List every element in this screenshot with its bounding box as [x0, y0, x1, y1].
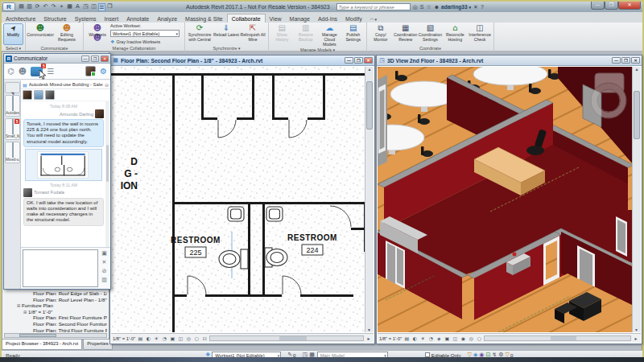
synchronize-with-central-button[interactable]: ⟳ Synchronize with Central — [187, 23, 213, 43]
tab-structure[interactable]: Structure — [39, 14, 70, 23]
manage-cloud-models-button[interactable]: ☁ Manage Cloud Models — [318, 23, 341, 47]
sun-path-icon[interactable]: ☀ — [153, 335, 159, 341]
floorplan-drawing[interactable]: RESTROOM 225 RESTROOM 224 D G - ION — [111, 67, 365, 332]
clear-icon[interactable]: ✕ — [102, 259, 107, 265]
tab-massing-site[interactable]: Massing & Site — [181, 14, 227, 23]
minimize-button[interactable]: — — [591, 2, 605, 10]
tab-architecture[interactable]: Architecture — [2, 14, 39, 23]
tag-icon[interactable]: ▦ — [66, 3, 73, 11]
reveal-hidden-icon[interactable]: ○ — [193, 335, 200, 341]
view3d-canvas-area[interactable] — [378, 67, 632, 332]
detail-level-icon[interactable]: ▤ — [137, 335, 143, 341]
view3d-minimize-button[interactable]: — — [612, 57, 621, 64]
maximize-button[interactable]: ❐ — [605, 2, 618, 10]
my-avatar[interactable] — [85, 66, 96, 76]
crop-view-icon[interactable]: ▣ — [169, 335, 175, 341]
browser-item[interactable]: Floor Plan: First Floor Furniture Plan -… — [4, 315, 107, 321]
floorplan-scale[interactable]: 1/8" = 1'-0" — [113, 336, 135, 341]
copy-monitor-button[interactable]: ⧉ Copy/ Monitor — [369, 23, 393, 43]
floorplan-minimize-button[interactable]: — — [345, 57, 353, 64]
tab-collaborate[interactable]: Collaborate — [227, 14, 266, 23]
view3d-scale[interactable]: 1/8" = 1'-0" — [379, 336, 402, 341]
chat-close-icon[interactable]: ⊖ — [105, 82, 109, 88]
floorplan-canvas-area[interactable]: RESTROOM 225 RESTROOM 224 D G - ION — [111, 67, 365, 332]
tab-modify[interactable]: Modify — [341, 14, 366, 23]
view3d-window-titlebar[interactable]: ◳ 3D View 2nd Floor - 384923 - Arch.rvt … — [377, 56, 642, 66]
room-label-225[interactable]: RESTROOM — [171, 236, 221, 245]
save-icon[interactable]: ▥ — [26, 3, 33, 11]
sun-path-icon[interactable]: ☀ — [419, 335, 426, 341]
floorplan-hscrollbar[interactable] — [209, 335, 364, 341]
view3d-restore-button[interactable]: ❐ — [621, 57, 630, 64]
collapse-strip-button[interactable]: ◥ — [5, 82, 20, 93]
browser-item[interactable]: ⊞Furniture Plan — [4, 302, 107, 309]
chat-session-header[interactable]: ▤ Autodesk Mixed-use Building - Sales & … — [21, 80, 110, 89]
task-list-icon[interactable]: ☰ — [47, 67, 54, 76]
panel-label-synchronize[interactable]: Synchronize — [187, 45, 266, 51]
floorplan-restore-button[interactable]: ❐ — [354, 57, 363, 64]
temporary-hide-icon[interactable]: ◎ — [468, 335, 474, 341]
shadows-icon[interactable]: ◔ — [161, 335, 167, 341]
sync-icon[interactable]: ⟳ — [34, 3, 41, 11]
browser-item[interactable]: Floor Plan: Second Floor Furniture Plan — [4, 321, 107, 327]
view3d-scene[interactable] — [378, 67, 632, 332]
detail-level-icon[interactable]: ▤ — [403, 335, 410, 341]
modify-button[interactable]: ➤ Modify — [3, 23, 23, 45]
show-crop-icon[interactable]: ◫ — [177, 335, 184, 341]
visual-style-icon[interactable]: ◐ — [145, 335, 151, 341]
tab-insert[interactable]: Insert — [101, 14, 123, 23]
view3d-vscrollbar[interactable]: ▲▼ — [632, 67, 641, 332]
worksets-button[interactable]: ☻☻ Worksets — [85, 23, 109, 38]
reload-latest-button[interactable]: ⇓ Reload Latest — [213, 23, 239, 38]
save-chat-icon[interactable]: ▥ — [101, 277, 107, 283]
browser-hscrollbar[interactable] — [4, 333, 107, 338]
exchange-apps-icon[interactable]: ✕ — [473, 4, 478, 10]
browser-item[interactable]: Floor Plan: Roof Edge of Slab - 1/8" — [4, 290, 107, 297]
settings-gear-icon[interactable]: ⚙ — [100, 67, 107, 76]
shadows-icon[interactable]: ◔ — [427, 335, 434, 341]
redo-icon[interactable]: ↷ — [50, 3, 57, 11]
text-icon[interactable]: A — [74, 3, 81, 11]
communicator-close-button[interactable]: ✕ — [101, 56, 109, 62]
communicator-titlebar[interactable]: R Communicator — ❐ ✕ — [4, 54, 110, 64]
participant-avatar[interactable] — [34, 90, 43, 100]
project-tab-small-m[interactable]: 5 Small_M. — [5, 118, 20, 140]
favorites-star-icon[interactable]: ☆ — [426, 4, 431, 10]
contacts-icon[interactable]: ☻ — [19, 67, 27, 76]
user-menu-caret-icon[interactable]: ▾ — [469, 5, 472, 10]
floorplan-vscrollbar[interactable]: ▲▼ — [365, 67, 374, 332]
view3d-hscrollbar[interactable] — [484, 335, 631, 341]
temporary-hide-icon[interactable]: ◎ — [185, 335, 192, 341]
communicator-restore-button[interactable]: ❐ — [91, 56, 99, 62]
signed-in-user[interactable]: ☻ adarling33 ▾ — [434, 4, 471, 10]
participant-avatar[interactable] — [45, 90, 55, 100]
rendering-icon[interactable]: ◈ — [436, 335, 442, 341]
message-input[interactable] — [23, 249, 98, 287]
relinquish-all-mine-button[interactable]: ⇱ Relinquish All Mine — [240, 23, 266, 43]
visual-style-icon[interactable]: ◐ — [411, 335, 418, 341]
gray-inactive-worksets-button[interactable]: ❖ Gray Inactive Worksets — [110, 39, 180, 44]
tab-view[interactable]: View — [266, 14, 286, 23]
tab-annotate[interactable]: Annotate — [122, 14, 153, 23]
floorplan-window-titlebar[interactable]: ▦ Floor Plan: Second Floor Plan - 1/8" -… — [110, 56, 374, 66]
active-workset-dropdown[interactable]: Workset1 (Not Editable) — [110, 30, 180, 37]
switch-windows-icon[interactable]: ❐ — [106, 3, 114, 11]
participant-avatar[interactable] — [23, 90, 32, 100]
chat-messages[interactable]: Today 8:08 AM Armundo Darling Tomek, I m… — [21, 101, 110, 247]
view3d-close-button[interactable]: ✕ — [631, 57, 640, 64]
floorplan-close-button[interactable]: ✕ — [364, 57, 373, 64]
room-label-224[interactable]: RESTROOM — [287, 233, 337, 242]
measure-icon[interactable]: ⌖ — [58, 3, 65, 11]
coordination-settings-button[interactable]: ▧ Coordination Settings — [419, 23, 443, 43]
search-input[interactable] — [336, 3, 411, 10]
browser-item[interactable]: ⊞1/8" = 1'-0" — [4, 309, 107, 315]
project-tab-mixed-use[interactable]: Mixed-u. — [5, 142, 20, 163]
help-icon[interactable]: ? — [481, 4, 484, 10]
reconcile-hosting-button[interactable]: ⌂ Reconcile Hosting — [443, 23, 467, 43]
reveal-hidden-icon[interactable]: ○ — [476, 335, 482, 341]
chat-image-thumbnail[interactable] — [25, 149, 102, 181]
section-icon[interactable]: ◫ — [90, 3, 97, 11]
interference-check-button[interactable]: ◫ Interference Check — [468, 23, 492, 43]
publish-settings-button[interactable]: ▤ Publish Settings — [342, 23, 365, 43]
communicator-minimize-button[interactable]: — — [81, 56, 89, 62]
